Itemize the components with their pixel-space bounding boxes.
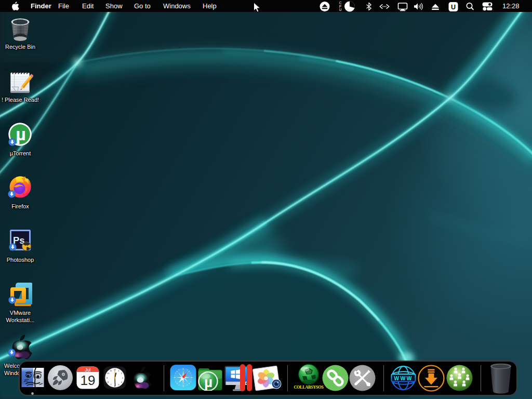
svg-text:WWW: WWW (394, 375, 413, 381)
svg-text:11: 11 (110, 369, 112, 372)
svg-text:19: 19 (81, 373, 96, 388)
svg-text:COLLABSYSOS: COLLABSYSOS (294, 385, 324, 390)
svg-text:µ: µ (16, 124, 26, 144)
svg-text:Jul: Jul (85, 367, 91, 373)
svg-text:U: U (339, 8, 342, 11)
svg-text:U: U (451, 4, 456, 11)
svg-text:10: 10 (107, 372, 110, 375)
svg-text:µ: µ (204, 374, 212, 390)
